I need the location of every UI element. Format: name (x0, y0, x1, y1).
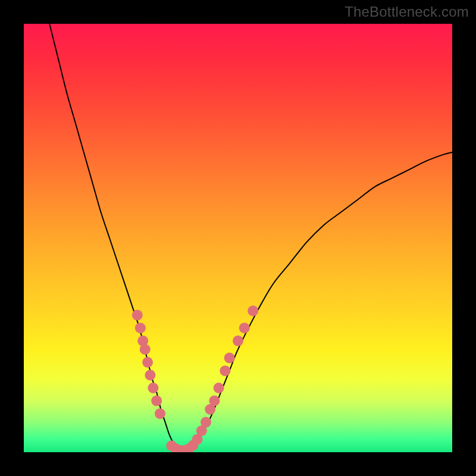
data-point (214, 383, 224, 393)
data-point (132, 310, 143, 321)
curve-svg (24, 24, 452, 452)
data-point (142, 357, 153, 368)
data-point (151, 396, 162, 406)
data-point (201, 417, 211, 428)
data-point (209, 396, 220, 406)
watermark-text: TheBottleneck.com (345, 4, 469, 20)
data-point (140, 344, 151, 355)
data-point (239, 322, 250, 333)
data-point (135, 322, 146, 333)
data-point (220, 365, 230, 376)
chart-frame: TheBottleneck.com (0, 0, 476, 476)
data-point (224, 353, 235, 364)
data-point (233, 336, 243, 346)
data-point (155, 408, 165, 419)
data-point (148, 383, 158, 393)
bottleneck-curve (49, 24, 452, 451)
data-point (145, 369, 155, 380)
plot-area (24, 24, 452, 452)
data-points (132, 305, 258, 452)
data-point (248, 305, 258, 316)
